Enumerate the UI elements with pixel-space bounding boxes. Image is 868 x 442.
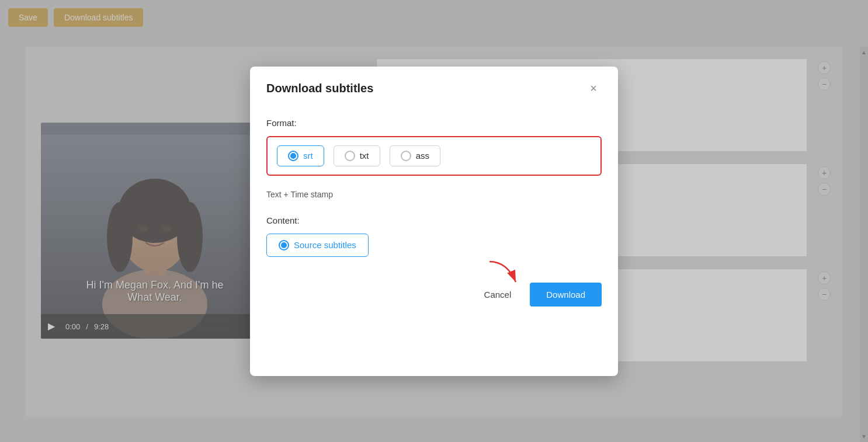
format-label-srt: srt (303, 151, 313, 161)
modal-header: Download subtitles × (250, 67, 618, 109)
format-option-txt[interactable]: txt (334, 145, 380, 166)
modal-close-button[interactable]: × (585, 81, 602, 97)
content-label: Content: (266, 215, 602, 225)
format-hint: Text + Time stamp (266, 190, 602, 199)
radio-dot-txt (345, 151, 355, 161)
modal-title: Download subtitles (266, 82, 373, 95)
format-option-ass[interactable]: ass (390, 145, 440, 166)
download-subtitles-modal: Download subtitles × Format: srt txt ass… (250, 67, 618, 376)
modal-body: Format: srt txt ass Text + Time stamp Co… (250, 109, 618, 271)
modal-footer: Cancel Download (250, 271, 618, 323)
cancel-button[interactable]: Cancel (475, 284, 521, 305)
download-button[interactable]: Download (530, 283, 602, 307)
content-option-source[interactable]: Source subtitles (266, 234, 369, 257)
format-label-ass: ass (416, 151, 429, 161)
radio-dot-ass (401, 151, 411, 161)
format-label: Format: (266, 118, 602, 128)
format-option-srt[interactable]: srt (277, 145, 324, 166)
radio-dot-source (279, 240, 289, 250)
format-label-txt: txt (360, 151, 369, 161)
format-selector-box: srt txt ass (266, 136, 602, 176)
source-subtitles-label: Source subtitles (294, 240, 356, 250)
radio-dot-srt (288, 151, 298, 161)
